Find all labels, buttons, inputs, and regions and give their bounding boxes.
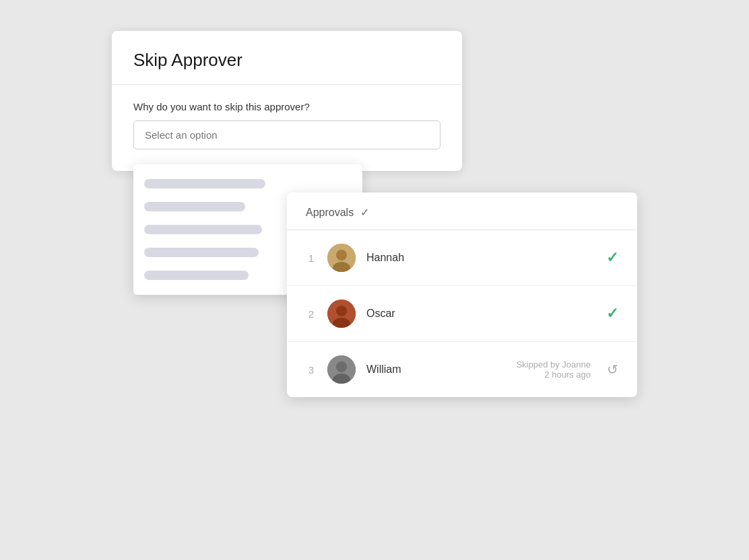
approver-name-oscar: Oscar — [366, 308, 595, 320]
dropdown-item-bar — [144, 271, 249, 280]
approver-number-2: 2 — [306, 308, 317, 320]
skipped-icon-william: ↺ — [607, 361, 618, 378]
skip-time-text: 2 hours ago — [544, 370, 591, 380]
approver-row-hannah: 1 Hannah ✓ — [287, 230, 637, 286]
approver-row-william: 3 William Skipped by Joanne 2 hours ago … — [287, 342, 637, 397]
scene: Skip Approver Why do you want to skip th… — [112, 31, 637, 529]
approver-name-william: William — [366, 363, 505, 376]
approvals-check-icon: ✓ — [360, 206, 369, 219]
svg-point-1 — [336, 250, 347, 260]
skip-info-william: Skipped by Joanne 2 hours ago — [516, 359, 591, 380]
approver-name-hannah: Hannah — [366, 252, 595, 264]
avatar-william-svg — [327, 355, 356, 384]
svg-point-4 — [336, 306, 347, 316]
avatar-oscar — [327, 300, 356, 328]
skip-approver-label: Why do you want to skip this approver? — [133, 101, 441, 112]
avatar-oscar-svg — [327, 300, 356, 328]
approver-row-oscar: 2 Oscar ✓ — [287, 286, 637, 342]
skip-by-text: Skipped by Joanne — [516, 359, 591, 370]
avatar-hannah — [327, 244, 356, 272]
skip-approver-body: Why do you want to skip this approver? — [112, 85, 462, 171]
dropdown-item-1[interactable] — [133, 172, 362, 195]
approved-icon-hannah: ✓ — [606, 249, 618, 267]
approvals-title: Approvals — [306, 207, 354, 219]
approved-icon-oscar: ✓ — [606, 305, 618, 322]
dropdown-item-bar — [144, 202, 245, 211]
approver-number-1: 1 — [306, 252, 317, 264]
approvals-header: Approvals ✓ — [287, 193, 637, 230]
select-option-input[interactable] — [133, 120, 441, 149]
skip-approver-header: Skip Approver — [112, 31, 462, 85]
dropdown-item-bar — [144, 248, 259, 257]
avatar-william — [327, 355, 356, 384]
approvals-card: Approvals ✓ 1 Hannah ✓ 2 — [287, 193, 637, 397]
skip-approver-title: Skip Approver — [133, 50, 441, 71]
svg-point-7 — [336, 361, 347, 372]
avatar-hannah-svg — [327, 244, 356, 272]
approver-number-3: 3 — [306, 364, 317, 376]
dropdown-item-bar — [144, 225, 262, 234]
skip-approver-card: Skip Approver Why do you want to skip th… — [112, 31, 462, 171]
dropdown-item-bar — [144, 179, 265, 188]
